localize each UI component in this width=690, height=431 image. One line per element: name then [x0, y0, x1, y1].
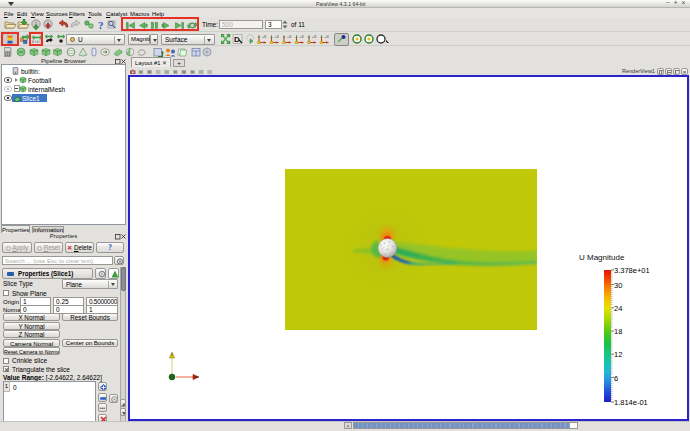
svg-text:+X: +X	[262, 35, 267, 39]
svg-text:?: ?	[98, 19, 104, 31]
svg-text:D: D	[234, 35, 240, 44]
